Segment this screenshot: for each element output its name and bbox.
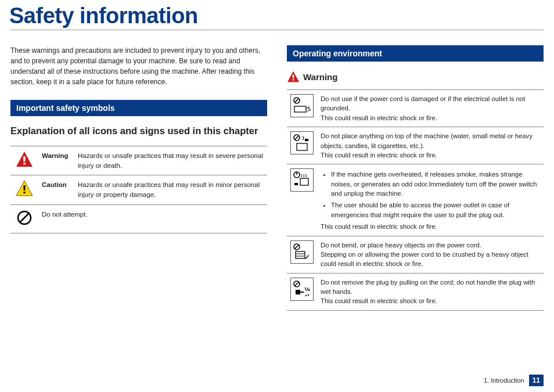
warning-line: Do not use if the power cord is damaged … [321,94,540,113]
warnings-table: Do not use if the power cord is damaged … [287,89,544,311]
table-row: Warning Hazards or unsafe practices that… [10,146,267,175]
hazard-bend-cord-icon [290,240,314,264]
table-row: Do not bend, or place heavy objects on t… [287,236,544,273]
symbol-desc: Hazards or unsafe practices that may res… [74,175,267,204]
section-heading-symbols: Important safety symbols [10,100,267,116]
symbols-table: Warning Hazards or unsafe practices that… [10,146,267,233]
warning-cell: Do not remove the plug by pulling on the… [317,273,544,310]
title-rule [10,30,544,30]
svg-rect-5 [24,192,26,193]
page-footer: 1. Introduction 11 [484,375,544,386]
content-columns: These warnings and precautions are inclu… [10,45,544,311]
svg-rect-21 [294,183,298,185]
hazard-objects-on-top-icon [290,131,314,154]
warning-icon-cell [10,146,38,175]
prohibit-icon-cell [10,204,38,233]
warning-cell: If the machine gets overheated, it relea… [317,164,544,236]
hazard-overheat-icon [290,168,314,192]
table-row: Do not use if the power cord is damaged … [287,90,544,127]
warning-bullet: If the machine gets overheated, it relea… [331,170,540,198]
svg-rect-13 [294,106,306,112]
warning-heading-label: Warning [303,72,337,82]
hazard-cord-damaged-icon [290,94,314,117]
warning-cell: Do not place anything on top of the mach… [317,127,544,164]
svg-point-30 [305,294,307,296]
table-row: If the machine gets overheated, it relea… [287,164,544,236]
warning-line: Do not remove the plug by pulling on the… [321,278,540,297]
warning-line: This could result in electric shock or f… [321,222,540,231]
svg-line-28 [295,282,299,286]
svg-point-31 [308,294,309,295]
caution-icon-cell [10,175,38,204]
svg-rect-9 [293,74,294,78]
svg-rect-2 [23,163,25,164]
table-row: Caution Hazards or unsafe practices that… [10,175,267,204]
page-title: Safety information [9,3,544,28]
svg-rect-10 [293,79,294,80]
warning-line: Do not bend, or place heavy objects on t… [321,240,540,250]
svg-rect-24 [296,251,305,258]
warning-line: This could result in electric shock or f… [321,113,540,123]
prohibit-icon [16,210,33,226]
warning-line: This could result in electric shock or f… [321,296,540,305]
warning-line: Stepping on or allowing the power cord t… [321,250,540,269]
svg-rect-16 [297,143,307,150]
warning-cell: Do not use if the power cord is damaged … [317,90,544,127]
table-row: Do not place anything on top of the mach… [287,127,544,164]
page-number: 11 [529,375,544,386]
warning-red-icon [287,71,300,82]
svg-rect-4 [24,185,26,190]
warning-line: Do not place anything on top of the mach… [321,131,540,150]
svg-line-15 [295,136,299,140]
warning-bullets: If the machine gets overheated, it relea… [321,170,540,220]
warning-heading: Warning [287,71,544,82]
svg-rect-20 [300,178,308,185]
hazard-wet-plug-icon [290,278,314,301]
section-heading-environment: Operating environment [287,45,544,62]
symbols-subheading: Explanation of all icons and signs used … [10,125,267,136]
svg-line-7 [20,213,29,222]
left-column: These warnings and precautions are inclu… [10,45,267,311]
right-column: Operating environment Warning Do not use… [287,45,544,311]
svg-rect-1 [23,156,25,161]
warning-cell: Do not bend, or place heavy objects on t… [317,236,544,273]
svg-line-12 [295,99,299,103]
table-row: Do not remove the plug by pulling on the… [287,273,544,310]
warning-bullet: The user should be able to access the po… [331,200,540,220]
symbol-desc: Hazards or unsafe practices that may res… [74,146,267,175]
warning-line: This could result in electric shock or f… [321,150,540,160]
table-row: Do not attempt. [10,204,267,233]
intro-paragraph: These warnings and precautions are inclu… [10,45,267,87]
symbol-label: Caution [38,175,74,204]
caution-yellow-icon [16,180,33,196]
svg-rect-29 [296,290,300,294]
warning-red-icon [16,151,33,167]
symbol-desc: Do not attempt. [38,204,267,233]
svg-rect-17 [305,139,308,141]
footer-section: 1. Introduction [484,377,524,384]
svg-line-23 [295,244,299,249]
symbol-label: Warning [38,146,74,175]
